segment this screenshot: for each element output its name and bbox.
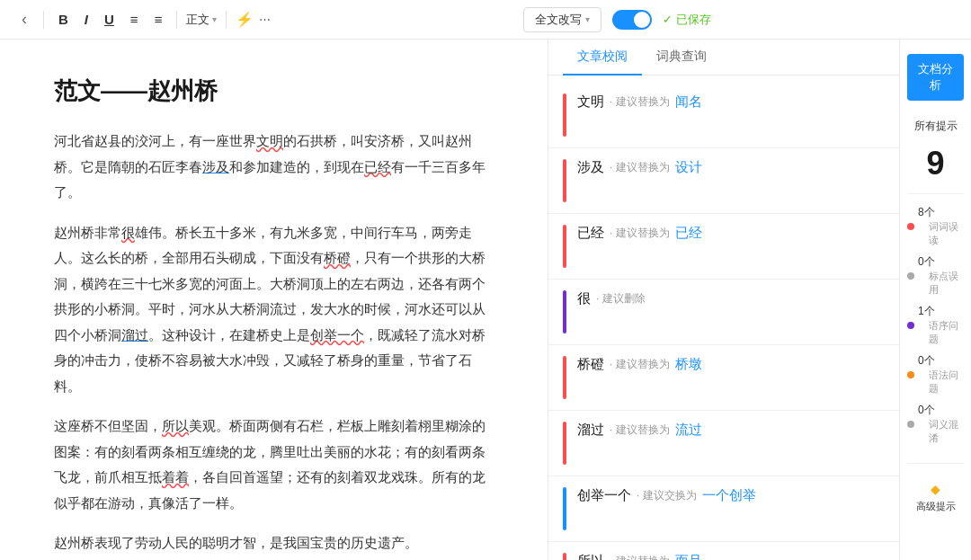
fulltext-arrow: ▾: [585, 14, 590, 24]
stat-count: 8个: [918, 205, 964, 220]
advanced-tips-button[interactable]: ◆ 高级提示: [916, 482, 956, 513]
suggestion-item[interactable]: 创举一个· 建议交换为一个创举: [548, 476, 899, 542]
tab-article-review[interactable]: 文章校阅: [563, 40, 642, 76]
suggestion-body: 创举一个· 建议交换为一个创举: [577, 487, 885, 504]
suggestion-word: 所以: [577, 553, 604, 560]
suggestion-bar: [563, 487, 566, 530]
paragraph-3: 这座桥不但坚固，所以美观。桥面两侧有石栏，栏板上雕刻着栩里糊涂的图案：有的刻看两…: [54, 413, 494, 516]
suggestion-item[interactable]: 所以· 建议替换为而且: [548, 542, 899, 560]
stats-divider-2: [907, 463, 964, 464]
italic-button[interactable]: I: [79, 8, 94, 31]
paragraph-2: 赵州桥非常很雄伟。桥长五十多米，有九米多宽，中间行车马，两旁走人。这么长的桥，全…: [54, 220, 494, 400]
suggestion-word: 很: [577, 290, 591, 307]
stat-label: 语法问题: [929, 369, 964, 396]
suggestion-word: 已经: [577, 225, 604, 242]
word-hen: 很: [121, 225, 135, 240]
toggle-wrap: [612, 10, 652, 30]
lightning-icon: ⚡: [236, 11, 254, 28]
word-yijing: 已经: [364, 159, 391, 174]
back-button[interactable]: ‹: [14, 6, 34, 32]
suggestion-item[interactable]: 很· 建议删除: [548, 280, 899, 345]
word-liuguo: 溜过: [121, 327, 148, 342]
suggestion-label: · 建议替换为: [610, 226, 670, 241]
stat-count: 1个: [918, 304, 964, 319]
list2-button[interactable]: ≡: [149, 8, 168, 31]
suggestion-body: 已经· 建议替换为已经: [577, 225, 885, 242]
stats-total: 9: [926, 145, 944, 182]
toolbar-separator-3: [226, 11, 227, 29]
word-qiaodeng: 桥磴: [324, 250, 351, 265]
suggestion-word: 溜过: [577, 422, 604, 439]
stat-row: 0个语法问题: [907, 353, 964, 396]
suggestion-main: 已经· 建议替换为已经: [577, 225, 885, 242]
toolbar: ‹ B I U ≡ ≡ 正文 ▾ ⚡ ⋯ 全文改写 ▾ ✓ 已保存: [0, 0, 971, 40]
stat-row: 0个词义混淆: [907, 403, 964, 445]
more-options[interactable]: ⋯: [259, 13, 271, 26]
suggestion-bar: [563, 422, 566, 465]
suggestion-main: 很· 建议删除: [577, 290, 885, 307]
fulltext-rewrite-button[interactable]: 全文改写 ▾: [523, 7, 601, 32]
suggestion-word: 创举一个: [577, 487, 631, 504]
suggestion-body: 所以· 建议替换为而且: [577, 553, 885, 560]
bold-button[interactable]: B: [53, 8, 74, 31]
suggestion-bar: [563, 356, 566, 399]
suggestion-label: · 建议替换为: [610, 554, 670, 560]
advanced-label: 高级提示: [916, 500, 956, 513]
stat-row: 8个词词误读: [907, 205, 964, 247]
suggestion-replace: 已经: [675, 225, 702, 242]
stat-label: 标点误用: [929, 270, 964, 297]
toolbar-separator-2: [176, 11, 177, 29]
suggestion-item[interactable]: 已经· 建议替换为已经: [548, 214, 899, 280]
suggestion-main: 所以· 建议替换为而且: [577, 553, 885, 560]
suggestion-bar: [563, 290, 566, 333]
stat-dot: [907, 223, 914, 230]
suggestion-item[interactable]: 文明· 建议替换为闻名: [548, 83, 899, 148]
suggestion-replace: 一个创举: [702, 487, 756, 504]
suggestion-word: 桥磴: [577, 356, 604, 373]
suggestion-replace: 设计: [675, 159, 702, 176]
suggestion-item[interactable]: 桥磴· 建议替换为桥墩: [548, 345, 899, 411]
stats-divider: [907, 193, 964, 194]
list1-button[interactable]: ≡: [125, 8, 144, 31]
style-selector[interactable]: 正文 ▾: [186, 12, 217, 28]
word-suoyi: 所以: [162, 418, 189, 433]
review-tabs: 文章校阅 词典查询: [548, 40, 899, 76]
suggestion-label: · 建议替换为: [610, 357, 670, 372]
toolbar-separator-1: [43, 11, 44, 29]
suggestion-label: · 建议交换为: [637, 488, 697, 503]
suggestion-main: 文明· 建议替换为闻名: [577, 93, 885, 111]
suggestion-body: 桥磴· 建议替换为桥墩: [577, 356, 885, 373]
suggestion-main: 溜过· 建议替换为流过: [577, 422, 885, 439]
doc-title: 范文——赵州桥: [54, 76, 494, 107]
suggestion-item[interactable]: 溜过· 建议替换为流过: [548, 411, 899, 476]
paragraph-4: 赵州桥表现了劳动人民的聪明才智，是我国宝贵的历史遗产。: [54, 530, 494, 556]
stat-dot: [907, 371, 914, 378]
paragraph-1: 河北省赵县的洨河上，有一座世界文明的石拱桥，叫安济桥，又叫赵州桥。它是隋朝的石匠…: [54, 129, 494, 206]
doc-analysis-button[interactable]: 文档分析: [907, 54, 964, 101]
tab-dictionary[interactable]: 词典查询: [642, 40, 721, 76]
suggestion-label: · 建议删除: [596, 291, 646, 307]
underline-button[interactable]: U: [99, 8, 120, 31]
toolbar-middle: 全文改写 ▾ ✓ 已保存: [278, 7, 957, 32]
diamond-icon: ◆: [931, 482, 940, 496]
suggestion-main: 涉及· 建议替换为设计: [577, 159, 885, 176]
suggestion-bar: [563, 553, 566, 560]
suggestion-replace: 桥墩: [675, 356, 702, 373]
word-chuangju: 创举一个: [310, 327, 364, 342]
suggestion-word: 涉及: [577, 159, 604, 176]
suggestion-replace: 而且: [675, 553, 702, 560]
suggestion-body: 涉及· 建议替换为设计: [577, 159, 885, 176]
stat-dot: [907, 322, 914, 329]
stat-count: 0个: [918, 403, 964, 418]
suggestion-label: · 建议替换为: [610, 94, 670, 110]
review-toggle[interactable]: [612, 10, 652, 30]
stats-items: 8个词词误读0个标点误用1个语序问题0个语法问题0个词义混淆: [907, 205, 964, 452]
editor-area[interactable]: 范文——赵州桥 河北省赵县的洨河上，有一座世界文明的石拱桥，叫安济桥，又叫赵州桥…: [0, 40, 548, 560]
suggestion-body: 文明· 建议替换为闻名: [577, 93, 885, 111]
stats-header: 所有提示: [914, 119, 958, 134]
stat-label: 词义混淆: [929, 418, 964, 445]
stat-count: 0个: [918, 353, 964, 369]
style-arrow: ▾: [212, 14, 217, 24]
style-label: 正文: [186, 12, 209, 28]
suggestion-item[interactable]: 涉及· 建议替换为设计: [548, 148, 899, 214]
